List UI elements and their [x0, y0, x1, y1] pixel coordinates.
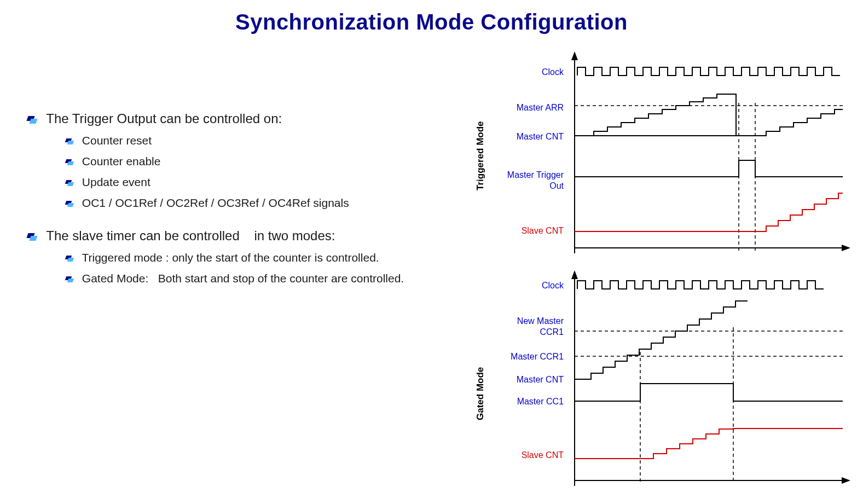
- new-master-ccr1-label-l1: New Master: [487, 316, 564, 326]
- left-column: The Trigger Output can be controlled on:…: [11, 51, 465, 504]
- list-item: Counter enable: [66, 155, 465, 168]
- new-master-ccr1-label-l2: CCR1: [487, 327, 564, 337]
- master-trigger-out-label-l1: Master Trigger: [487, 170, 564, 180]
- master-arr-label: Master ARR: [487, 103, 564, 113]
- bullet-icon: [27, 233, 37, 241]
- section-1-list: Counter reset Counter enable Update even…: [27, 134, 465, 210]
- section-2-heading: The slave timer can be controlled in two…: [27, 228, 465, 244]
- list-item-text: Update event: [82, 176, 150, 188]
- clock-label: Clock: [487, 281, 564, 291]
- master-ccr1-label: Master CCR1: [487, 352, 564, 362]
- list-item: Gated Mode: Both start and stop of the c…: [66, 272, 449, 285]
- section-2-list: Triggered mode : only the start of the c…: [27, 251, 465, 285]
- bullet-icon: [66, 276, 73, 282]
- bullet-icon: [66, 201, 73, 207]
- list-item-text: Counter reset: [82, 134, 152, 147]
- gated-mode-diagram: Gated Mode Clock New Master CCR1 Master …: [465, 270, 852, 500]
- list-item-text: Gated Mode: Both start and stop of the c…: [82, 272, 404, 285]
- clock-label: Clock: [487, 67, 564, 77]
- master-trigger-out-label-l2: Out: [487, 181, 564, 191]
- list-item: Triggered mode : only the start of the c…: [66, 251, 449, 264]
- bullet-icon: [66, 256, 73, 262]
- right-column: Triggered Mode Clock Master ARR Master C…: [465, 51, 852, 504]
- master-cnt-label: Master CNT: [487, 375, 564, 385]
- slave-cnt-label: Slave CNT: [487, 226, 564, 236]
- content-area: The Trigger Output can be controlled on:…: [0, 51, 863, 504]
- list-item: OC1 / OC1Ref / OC2Ref / OC3Ref / OC4Ref …: [66, 196, 465, 210]
- page-title: Synchronization Mode Configuration: [0, 0, 863, 51]
- list-item: Update event: [66, 176, 465, 189]
- list-item: Counter reset: [66, 134, 465, 147]
- list-item-text: OC1 / OC1Ref / OC2Ref / OC3Ref / OC4Ref …: [82, 196, 349, 209]
- section-1-heading-text: The Trigger Output can be controlled on:: [46, 111, 282, 126]
- master-cnt-label: Master CNT: [487, 132, 564, 142]
- bullet-icon: [27, 116, 37, 124]
- bullet-icon: [66, 180, 73, 186]
- gated-mode-svg: [569, 270, 854, 500]
- list-item-text: Triggered mode : only the start of the c…: [82, 251, 379, 264]
- gated-mode-vlabel: Gated Mode: [475, 367, 486, 420]
- triggered-mode-svg: [569, 51, 854, 259]
- slave-cnt-label: Slave CNT: [487, 450, 564, 460]
- bullet-icon: [66, 159, 73, 165]
- section-1-heading: The Trigger Output can be controlled on:: [27, 111, 465, 126]
- triggered-mode-vlabel: Triggered Mode: [475, 121, 486, 190]
- master-cc1-label: Master CC1: [487, 397, 564, 407]
- list-item-text: Counter enable: [82, 155, 161, 167]
- bullet-icon: [66, 138, 73, 144]
- triggered-mode-diagram: Triggered Mode Clock Master ARR Master C…: [465, 51, 852, 259]
- section-2-heading-text: The slave timer can be controlled in two…: [46, 228, 335, 243]
